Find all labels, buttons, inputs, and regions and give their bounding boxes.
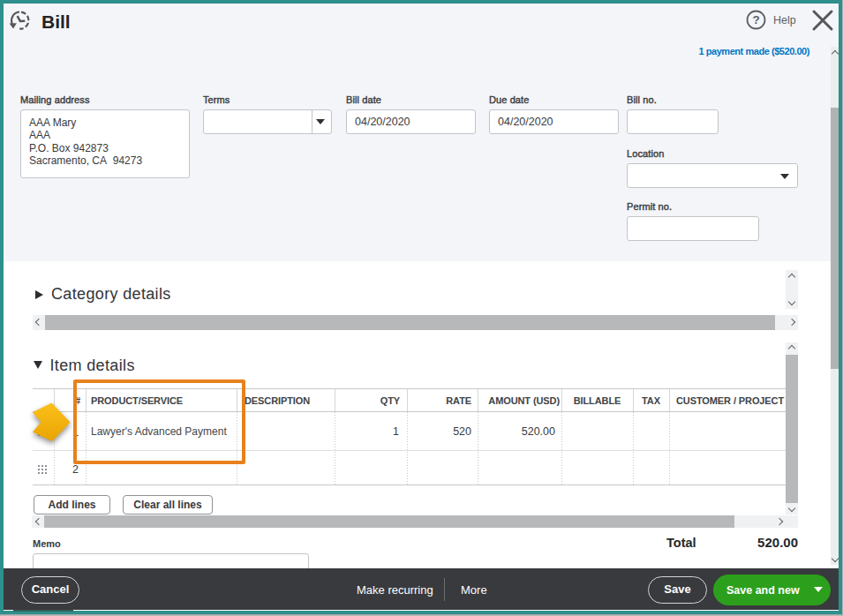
- svg-text:?: ?: [752, 13, 759, 26]
